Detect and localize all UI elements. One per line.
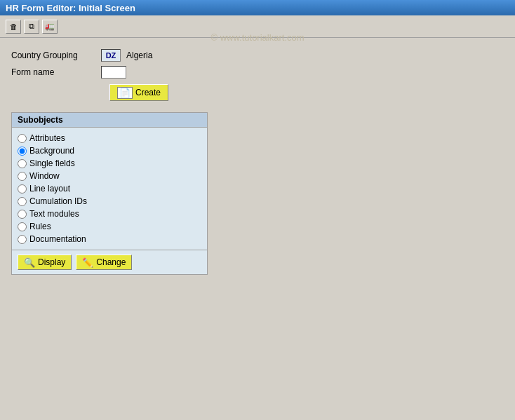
form-name-label: Form name: [11, 67, 95, 77]
list-item: Rules: [18, 220, 201, 233]
country-grouping-row: Country Grouping Algeria: [11, 49, 504, 62]
cumulation-ids-label: Cumulation IDs: [29, 196, 87, 206]
list-item: Attributes: [18, 132, 201, 144]
attributes-radio[interactable]: [18, 134, 27, 143]
display-button-label: Display: [38, 257, 65, 267]
delete-icon: 🗑: [10, 22, 18, 31]
line-layout-radio[interactable]: [18, 184, 27, 194]
attributes-label: Attributes: [29, 133, 65, 143]
list-item: Text modules: [18, 208, 201, 220]
background-radio[interactable]: [18, 147, 27, 156]
single-fields-label: Single fields: [29, 158, 75, 168]
list-item: Documentation: [18, 233, 201, 245]
change-icon: ✏️: [82, 257, 93, 268]
subobjects-title: Subobjects: [12, 113, 207, 128]
rules-radio[interactable]: [18, 222, 27, 231]
change-button-label: Change: [96, 257, 126, 267]
line-layout-label: Line layout: [29, 184, 70, 194]
subobjects-panel: Subobjects Attributes Background Single …: [11, 112, 208, 275]
country-grouping-label: Country Grouping: [11, 50, 95, 60]
form-name-row: Form name: [11, 66, 504, 79]
documentation-label: Documentation: [29, 234, 86, 244]
list-item: Cumulation IDs: [18, 195, 201, 208]
text-modules-label: Text modules: [29, 209, 79, 219]
single-fields-radio[interactable]: [18, 159, 27, 168]
subobjects-body: Attributes Background Single fields Wind…: [12, 128, 207, 250]
subobjects-footer: 🔍 Display ✏️ Change: [12, 250, 207, 274]
create-button[interactable]: 📄 Create: [109, 84, 168, 101]
transport-toolbar-button[interactable]: 🚛: [42, 20, 58, 34]
main-content: Country Grouping Algeria Form name 📄 Cre…: [0, 38, 515, 286]
documentation-radio[interactable]: [18, 235, 27, 244]
list-item: Window: [18, 170, 201, 182]
change-button[interactable]: ✏️ Change: [76, 255, 132, 270]
copy-toolbar-button[interactable]: ⧉: [24, 20, 39, 34]
country-grouping-input[interactable]: [101, 49, 121, 62]
list-item: Background: [18, 144, 201, 157]
copy-icon: ⧉: [29, 22, 34, 31]
list-item: Single fields: [18, 157, 201, 170]
country-name: Algeria: [126, 50, 152, 60]
display-icon: 🔍: [24, 257, 35, 268]
display-button[interactable]: 🔍 Display: [18, 255, 72, 270]
window-radio[interactable]: [18, 172, 27, 181]
create-button-label: Create: [135, 88, 161, 97]
title-bar: HR Form Editor: Initial Screen: [0, 0, 515, 15]
cumulation-ids-radio[interactable]: [18, 197, 27, 206]
rules-label: Rules: [29, 222, 51, 231]
text-modules-radio[interactable]: [18, 210, 27, 219]
background-label: Background: [29, 146, 74, 156]
toolbar: 🗑 ⧉ 🚛: [0, 15, 515, 38]
create-icon: 📄: [117, 87, 133, 99]
title-text: HR Form Editor: Initial Screen: [6, 3, 135, 13]
window-label: Window: [29, 171, 60, 181]
delete-toolbar-button[interactable]: 🗑: [6, 20, 21, 34]
transport-icon: 🚛: [45, 22, 55, 31]
list-item: Line layout: [18, 182, 201, 195]
form-name-input[interactable]: [101, 66, 126, 79]
